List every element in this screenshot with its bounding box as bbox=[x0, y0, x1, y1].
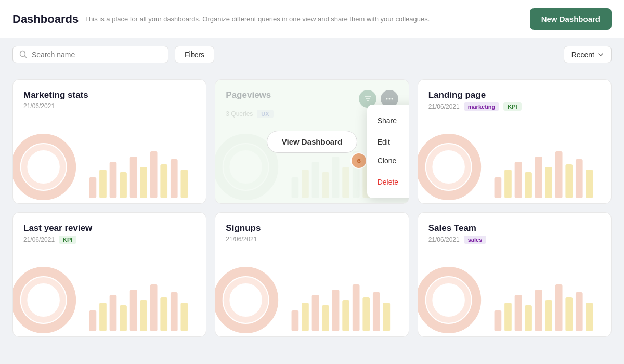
svg-rect-52 bbox=[150, 284, 158, 331]
card-date: 21/06/2021 bbox=[23, 102, 55, 110]
view-dashboard-button[interactable]: View Dashboard bbox=[267, 131, 357, 153]
svg-point-33 bbox=[429, 147, 467, 187]
tag-sales: sales bbox=[464, 236, 487, 244]
badge-6: 6 bbox=[350, 152, 367, 169]
filters-button[interactable]: Filters bbox=[175, 46, 214, 63]
svg-point-69 bbox=[429, 280, 467, 320]
svg-rect-48 bbox=[110, 295, 117, 331]
page-title: Dashboards bbox=[12, 12, 79, 26]
card-title: Last year review bbox=[23, 223, 92, 233]
svg-point-45 bbox=[24, 280, 62, 320]
dashboard-card-marketing-stats[interactable]: Marketing stats 21/06/2021 bbox=[12, 79, 206, 204]
card-header: Sales Team bbox=[428, 223, 601, 233]
svg-point-57 bbox=[227, 280, 265, 320]
card-meta: 21/06/2021 bbox=[23, 102, 196, 110]
search-input[interactable] bbox=[32, 50, 162, 59]
svg-rect-49 bbox=[120, 305, 127, 331]
card-date: 21/06/2021 bbox=[428, 236, 460, 243]
svg-rect-50 bbox=[130, 290, 137, 331]
dashboard-grid: Marketing stats 21/06/2021 Pageviews bbox=[0, 71, 624, 345]
svg-point-3 bbox=[24, 147, 62, 187]
card-title: Marketing stats bbox=[23, 90, 88, 100]
card-meta: 21/06/2021 bbox=[226, 236, 398, 243]
svg-rect-67 bbox=[383, 303, 391, 331]
svg-rect-7 bbox=[120, 172, 127, 198]
svg-line-1 bbox=[25, 56, 27, 58]
svg-rect-73 bbox=[525, 305, 532, 331]
svg-rect-8 bbox=[130, 157, 137, 198]
card-date: 21/06/2021 bbox=[226, 236, 257, 243]
page-header: Dashboards This is a place for all your … bbox=[0, 0, 624, 38]
svg-rect-38 bbox=[535, 157, 542, 198]
header-left: Dashboards This is a place for all your … bbox=[12, 12, 430, 26]
svg-rect-59 bbox=[302, 303, 309, 331]
card-title: Landing page bbox=[428, 90, 486, 100]
svg-rect-37 bbox=[525, 172, 532, 198]
svg-rect-76 bbox=[555, 284, 563, 331]
svg-rect-74 bbox=[535, 290, 542, 331]
toolbar-left: Filters bbox=[12, 46, 214, 63]
svg-rect-64 bbox=[353, 284, 360, 331]
page-description: This is a place for all your dashboards.… bbox=[85, 15, 430, 23]
card-title: Signups bbox=[226, 223, 261, 233]
dashboard-card-sales-team[interactable]: Sales Team 21/06/2021 sales bbox=[418, 212, 612, 337]
svg-rect-10 bbox=[150, 151, 158, 198]
dashboard-card-last-year-review[interactable]: Last year review 21/06/2021 KPI bbox=[12, 212, 206, 337]
svg-rect-46 bbox=[89, 310, 97, 331]
card-date: 21/06/2021 bbox=[23, 236, 55, 243]
svg-rect-41 bbox=[565, 164, 573, 198]
svg-rect-61 bbox=[322, 305, 330, 331]
svg-rect-11 bbox=[160, 164, 167, 198]
svg-rect-40 bbox=[555, 151, 563, 198]
sort-dropdown[interactable]: Recent bbox=[564, 46, 612, 63]
svg-rect-34 bbox=[494, 177, 501, 198]
tag-marketing: marketing bbox=[464, 102, 500, 111]
svg-rect-63 bbox=[343, 300, 350, 331]
card-header: Last year review bbox=[23, 223, 196, 233]
card-meta: 21/06/2021 marketing KPI bbox=[428, 102, 601, 111]
svg-rect-4 bbox=[89, 177, 97, 198]
dashboard-card-pageviews[interactable]: Pageviews 3 bbox=[215, 79, 409, 204]
svg-rect-12 bbox=[171, 159, 178, 198]
svg-rect-13 bbox=[180, 170, 188, 198]
dropdown-delete[interactable]: Delete 7 bbox=[367, 170, 409, 194]
svg-rect-60 bbox=[312, 295, 319, 331]
svg-rect-54 bbox=[171, 292, 178, 331]
chart-preview bbox=[418, 253, 611, 336]
card-title: Sales Team bbox=[428, 223, 476, 233]
dropdown-share[interactable]: Share 8 bbox=[367, 109, 409, 133]
search-icon bbox=[19, 50, 28, 59]
svg-rect-47 bbox=[99, 303, 107, 331]
svg-rect-77 bbox=[565, 297, 573, 331]
svg-rect-6 bbox=[110, 162, 117, 198]
svg-rect-66 bbox=[373, 292, 380, 331]
svg-rect-75 bbox=[545, 300, 552, 331]
svg-rect-35 bbox=[504, 170, 512, 198]
chart-preview bbox=[13, 253, 206, 336]
toolbar: Filters Recent bbox=[0, 38, 624, 71]
svg-rect-51 bbox=[140, 300, 147, 331]
tag-kpi: KPI bbox=[503, 102, 521, 111]
dropdown-edit[interactable]: Edit bbox=[367, 133, 409, 151]
search-wrapper bbox=[12, 46, 168, 63]
svg-rect-5 bbox=[99, 170, 107, 198]
svg-rect-9 bbox=[140, 167, 147, 198]
svg-rect-55 bbox=[180, 303, 188, 331]
svg-rect-72 bbox=[514, 295, 522, 331]
svg-rect-58 bbox=[292, 310, 299, 331]
dashboard-card-signups[interactable]: Signups 21/06/2021 bbox=[215, 212, 409, 337]
svg-rect-62 bbox=[332, 290, 340, 331]
svg-rect-71 bbox=[504, 303, 512, 331]
svg-rect-39 bbox=[545, 167, 552, 198]
card-meta: 21/06/2021 KPI bbox=[23, 236, 196, 244]
new-dashboard-button[interactable]: New Dashboard bbox=[530, 8, 612, 30]
card-header: Landing page bbox=[428, 90, 601, 100]
dashboard-card-landing-page[interactable]: Landing page 21/06/2021 marketing KPI bbox=[418, 79, 612, 204]
svg-rect-78 bbox=[576, 292, 583, 331]
tag-kpi: KPI bbox=[59, 236, 76, 244]
svg-rect-79 bbox=[586, 303, 593, 331]
dropdown-clone[interactable]: Clone bbox=[367, 151, 409, 170]
svg-rect-42 bbox=[576, 159, 583, 198]
chart-preview bbox=[418, 120, 611, 203]
svg-rect-70 bbox=[494, 310, 501, 331]
